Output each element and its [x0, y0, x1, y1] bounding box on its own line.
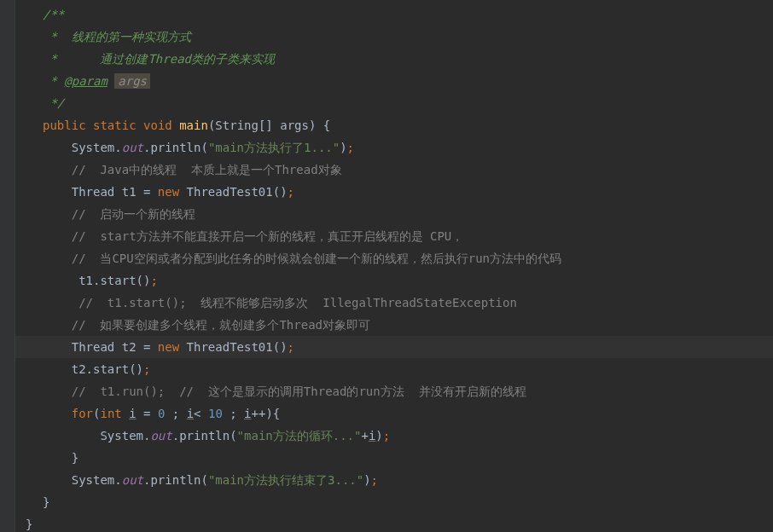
brace: } [26, 518, 32, 531]
field-out: out [122, 141, 143, 154]
keyword-for: for [43, 407, 93, 420]
code: System. [43, 429, 150, 442]
brace: ) { [309, 119, 330, 132]
type: String[] [215, 119, 280, 132]
space [172, 119, 179, 132]
param-arg: args [114, 73, 150, 89]
code: .println( [143, 473, 208, 487]
param-tag: @param [64, 74, 108, 88]
semicolon: ; [371, 473, 378, 487]
class: ThreadTest01() [179, 185, 287, 199]
line-comment: // t1.start(); 线程不能够启动多次 IllegalThreadSt… [43, 296, 517, 309]
line-comment: // t1.run(); // 这个是显示的调用Thread的run方法 并没有… [43, 385, 526, 398]
code: < [194, 407, 208, 420]
class: ThreadTest01() [179, 340, 287, 354]
line-comment: // Java中的线程 本质上就是一个Thread对象 [43, 163, 342, 176]
code: ; [223, 407, 244, 420]
semicolon: ; [150, 274, 157, 287]
semicolon: ; [288, 185, 294, 199]
keyword-int: int [100, 407, 121, 420]
line-comment: // 如果要创建多个线程，就创建多个Thread对象即可 [43, 318, 370, 332]
line-comment: // 启动一个新的线程 [43, 207, 195, 221]
param: args [280, 119, 309, 132]
string-literal: "main方法执行了1..." [208, 141, 340, 154]
field-out: out [122, 473, 143, 487]
number: 10 [208, 407, 223, 420]
semicolon: ; [383, 429, 390, 442]
doc-comment: * 通过创建Thread类的子类来实现 [43, 52, 275, 66]
code: ; [165, 407, 186, 420]
line-comment: // 当CPU空闲或者分配到此任务的时候就会创建一个新的线程，然后执行run方法… [43, 252, 561, 265]
brace: } [43, 495, 49, 509]
keyword-static: static [93, 119, 137, 132]
var-i: i [244, 407, 251, 420]
brace: } [43, 451, 78, 465]
var-i: i [187, 407, 194, 420]
doc-comment: * [43, 74, 64, 88]
space [86, 119, 93, 132]
field-out: out [150, 429, 171, 442]
code-editor[interactable]: /** * 线程的第一种实现方式 * 通过创建Thread类的子类来实现 * @… [15, 0, 773, 532]
keyword-public: public [43, 119, 86, 132]
code: Thread t1 = [43, 185, 158, 199]
line-comment: // start方法并不能直接开启一个新的线程，真正开启线程的是 CPU， [43, 229, 463, 243]
paren: ) [375, 429, 382, 442]
semicolon: ; [143, 362, 150, 376]
space [137, 119, 143, 132]
method-main: main [179, 119, 208, 132]
semicolon: ; [347, 141, 354, 154]
paren: ) [363, 473, 370, 487]
keyword-new: new [158, 185, 179, 199]
code: .println( [143, 141, 208, 154]
keyword-void: void [143, 119, 172, 132]
string-literal: "main方法执行结束了3..." [208, 473, 363, 487]
code: System. [43, 141, 122, 154]
code: = [137, 407, 158, 420]
editor-gutter [0, 0, 15, 532]
string-literal: "main方法的循环..." [237, 429, 362, 442]
space [122, 407, 129, 420]
doc-comment: */ [43, 96, 64, 110]
code: Thread t2 = [43, 340, 158, 354]
semicolon: ; [288, 340, 294, 354]
var-i: i [129, 407, 136, 420]
code: .println( [172, 429, 237, 442]
code: System. [43, 473, 122, 487]
code: t2.start() [43, 362, 143, 376]
code: ++){ [252, 407, 281, 420]
keyword-new: new [158, 340, 179, 354]
code: + [361, 429, 368, 442]
doc-comment: * 线程的第一种实现方式 [43, 30, 191, 43]
code: t1.start() [43, 274, 150, 287]
doc-comment: /** [43, 8, 64, 21]
paren: ) [340, 141, 346, 154]
